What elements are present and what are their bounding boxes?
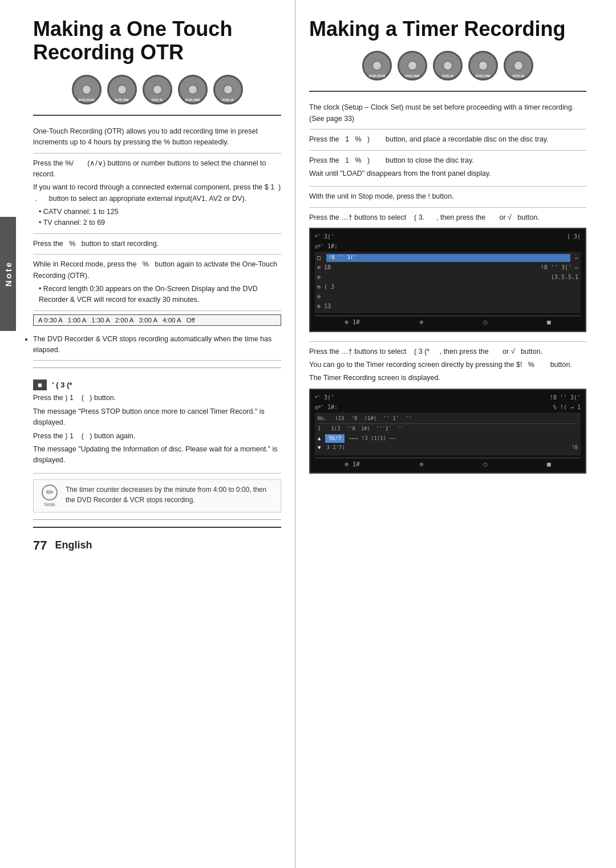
right-disc-icon-dvdprw: DVD+RW	[468, 51, 498, 80]
screen-row: ◎ᵠ' 1#:	[315, 242, 581, 251]
note-block: ✏ Note The timer counter decreases by th…	[33, 479, 281, 512]
right-step3: With the unit in Stop mode, press the ! …	[309, 187, 586, 207]
right-step3-text: With the unit in Stop mode, press the ! …	[309, 191, 586, 202]
right-title: Making a Timer Recording	[309, 17, 586, 41]
right-step4-text: Press the …† buttons to select ( 3. , th…	[309, 212, 586, 223]
cancel-heading-text: ' ( 3 (*	[52, 381, 72, 389]
screen-icon: ○	[483, 460, 487, 470]
right-step1-text: Press the 1 % ) button, and place a reco…	[309, 134, 586, 145]
left-step2: Press the % button to start recording.	[33, 234, 281, 255]
side-tab-label: Note	[3, 261, 13, 286]
side-tab: Note	[0, 217, 16, 331]
note-label: Note	[44, 502, 55, 507]
screen-row: ◎ᵠ' 1#: % !( → 1	[315, 403, 581, 411]
right-step5-text: Press the …† buttons to select ( 3 (* , …	[309, 346, 586, 384]
left-column: Making a One Touch Recording OTR DVD-RAM…	[16, 0, 295, 868]
screen-row: □ !8 '' 3(' ←	[317, 253, 578, 262]
right-step4: Press the …† buttons to select ( 3. , th…	[309, 208, 586, 342]
screen-icon: ○	[483, 318, 487, 328]
right-disc-icons: DVD-RAM DVD-RW DVD-R DVD+RW DVD+R	[309, 51, 586, 80]
screen-icon: ⊗	[420, 318, 424, 328]
left-title: Making a One Touch Recording OTR	[33, 17, 281, 64]
disc-icon-dvdprw: DVD+RW	[178, 75, 208, 104]
note-icon: ✏	[42, 485, 58, 500]
screen-bottom-2: ⊕ 1# ⊗ ○ ■	[315, 458, 581, 470]
cancel-divider	[33, 368, 281, 368]
right-step5: Press the …† buttons to select ( 3 (* , …	[309, 342, 586, 483]
screen-mockup-1: ᵠ' 3(' ( 3( ◎ᵠ' 1#: □ !8 '' 3(' ←	[309, 228, 586, 332]
screen-bottom-1: ⊕ 1# ⊗ ○ ■	[315, 316, 581, 328]
screen-row: ⊕	[317, 292, 578, 301]
left-step1: Press the %/ (∧/∨) buttons or number but…	[33, 154, 281, 234]
screen-row: ᵠ' 3(' ( 3(	[315, 232, 581, 241]
cancel-section: ■ ' ( 3 (* Press the ) 1 ( ) button. The…	[33, 375, 281, 473]
right-disc-icon-dvdpr: DVD+R	[504, 51, 533, 80]
page-container: Note Making a One Touch Recording OTR DV…	[0, 0, 616, 868]
left-step2-text: Press the % button to start recording.	[33, 239, 281, 249]
otr-bar-text: A 0:30 A 1:00 A 1:30 A 2:00 A 3:00 A 4:0…	[38, 317, 195, 324]
left-step4-text: The DVD Recorder & VCR stops recording a…	[33, 334, 281, 356]
left-intro-text: One-Touch Recording (OTR) allows you to …	[33, 126, 281, 148]
right-intro: The clock (Setup – Clock Set) must be se…	[309, 98, 586, 130]
disc-icon-dvdpr: DVD+R	[213, 75, 243, 104]
screen-icon: ■	[547, 460, 551, 470]
disc-icon-dvdrw: DVD-RW	[107, 75, 137, 104]
left-disc-icons: DVD-RAM DVD-RW DVD-R DVD+RW DVD+R	[33, 75, 281, 104]
screen-row: ⊕ )3.5.5.1	[317, 273, 578, 281]
screen-row: ⊕ ( 3	[317, 282, 578, 291]
screen-icon: ■	[547, 318, 551, 328]
disc-icon-dvdr: DVD-R	[143, 75, 172, 104]
otr-bar: A 0:30 A 1:00 A 1:30 A 2:00 A 3:00 A 4:0…	[33, 314, 281, 326]
cancel-heading: ■ ' ( 3 (*	[33, 380, 281, 390]
left-intro: One-Touch Recording (OTR) allows you to …	[33, 122, 281, 154]
screen-icon: ⊕ 1#	[345, 318, 360, 328]
right-top-divider	[309, 91, 586, 92]
note-icon-wrap: ✏ Note	[39, 485, 60, 507]
right-step1: Press the 1 % ) button, and place a reco…	[309, 130, 586, 150]
right-disc-icon-dvdram: DVD-RAM	[362, 51, 392, 80]
cancel-bold-step: ■	[33, 380, 47, 390]
screen-row: No. )13 '8 )1#( '' 1' ''	[318, 415, 578, 423]
screen-row: ▲ 56/7 ←←← !3 (1(1( ——	[318, 434, 578, 443]
screen-mockup-2: ᵠ' 3(' !8 '' 3(' ◎ᵠ' 1#: % !( → 1 No. )1…	[309, 389, 586, 474]
screen-row: 1 1(3 ''8 1#( '''1' ''	[318, 425, 578, 433]
right-intro-text: The clock (Setup – Clock Set) must be se…	[309, 102, 586, 124]
page-number-row: 77 English	[33, 527, 281, 558]
screen-row: ᵠ' 3(' !8 '' 3('	[315, 393, 581, 402]
left-step1-text: Press the %/ (∧/∨) buttons or number but…	[33, 158, 281, 229]
note-text: The timer counter decreases by the minut…	[66, 485, 275, 505]
disc-icon-dvdram: DVD-RAM	[72, 75, 102, 104]
screen-row: ⊕ 18 !8 '' 3(' ←	[317, 263, 578, 272]
page-divider	[33, 519, 281, 520]
right-step2: Press the 1 % ) button to close the disc…	[309, 151, 586, 187]
left-step3-text: While in Record mode, press the % button…	[33, 259, 281, 306]
page-number: 77	[33, 538, 47, 553]
cancel-steps: Press the ) 1 ( ) button. The message "P…	[33, 393, 281, 466]
right-column: Making a Timer Recording DVD-RAM DVD-RW …	[295, 0, 600, 868]
screen-icon: ⊕ 1#	[345, 460, 360, 470]
left-top-divider	[33, 115, 281, 116]
left-step3: While in Record mode, press the % button…	[33, 255, 281, 311]
screen-row: ▼ 3 1'7( !8	[318, 444, 578, 452]
page-lang: English	[55, 539, 92, 551]
left-step4: The DVD Recorder & VCR stops recording a…	[33, 329, 281, 361]
screen-row: ⊕ 13	[317, 302, 578, 310]
right-step2-text: Press the 1 % ) button to close the disc…	[309, 155, 586, 180]
columns: Making a One Touch Recording OTR DVD-RAM…	[16, 0, 616, 868]
right-disc-icon-dvdr: DVD-R	[433, 51, 463, 80]
screen-icon: ⊗	[420, 460, 424, 470]
right-disc-icon-dvdrw: DVD-RW	[398, 51, 427, 80]
